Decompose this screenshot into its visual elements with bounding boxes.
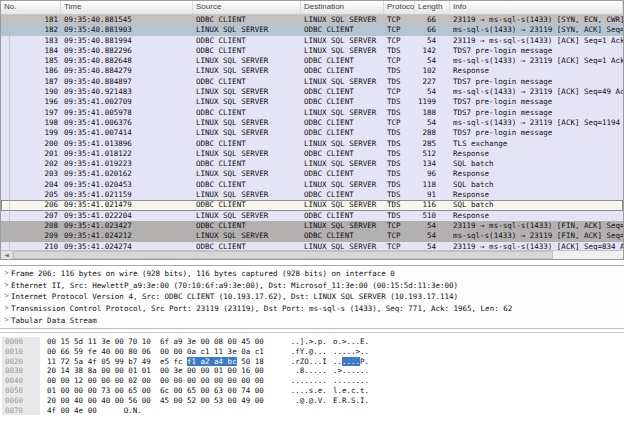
- hex-row[interactable]: 003020 14 38 8a 00 00 01 01 00 3e 00 00 …: [0, 366, 624, 376]
- packet-cell: Response: [450, 169, 623, 179]
- packet-row[interactable]: 18409:35:40.882296ODBC CLIENTLINUX SQL S…: [1, 46, 623, 56]
- packet-row[interactable]: 20209:35:41.019223ODBC CLIENTLINUX SQL S…: [1, 159, 623, 169]
- packet-cell: 198: [1, 118, 61, 128]
- column-header-source[interactable]: Source: [193, 1, 301, 14]
- packet-cell: 184: [1, 46, 61, 56]
- column-header-length[interactable]: Length: [415, 1, 450, 14]
- packet-row[interactable]: 20409:35:41.020453ODBC CLIENTLINUX SQL S…: [1, 180, 623, 190]
- packet-cell: 203: [1, 169, 61, 179]
- packet-cell: TDS: [384, 128, 415, 138]
- protocol-tree-label: Transmission Control Protocol, Src Port:…: [11, 303, 512, 315]
- hex-row[interactable]: 002011 72 5a 4f 05 99 b7 49 e5 fc f1 a2 …: [0, 357, 624, 367]
- packet-row[interactable]: 19709:35:41.005978ODBC CLIENTLINUX SQL S…: [1, 108, 623, 118]
- column-header-protocol[interactable]: Protocol: [384, 1, 415, 14]
- packet-row[interactable]: 18509:35:40.882648LINUX SQL SERVERODBC C…: [1, 56, 623, 66]
- packet-cell: LINUX SQL SERVER: [193, 97, 301, 107]
- packet-cell: 285: [415, 139, 450, 149]
- packet-cell: 208: [1, 221, 61, 231]
- protocol-tree-item[interactable]: >Frame 206: 116 bytes on wire (928 bits)…: [0, 268, 624, 280]
- packet-cell: TDS: [384, 77, 415, 87]
- expand-chevron-icon[interactable]: >: [0, 268, 11, 280]
- expand-chevron-icon[interactable]: >: [0, 315, 11, 327]
- packet-row[interactable]: 18309:35:40.881994ODBC CLIENTLINUX SQL S…: [1, 36, 623, 46]
- expand-chevron-icon[interactable]: >: [0, 291, 11, 303]
- packet-cell: 09:35:41.023427: [61, 221, 193, 231]
- packet-row[interactable]: 19909:35:41.007414LINUX SQL SERVERODBC C…: [1, 128, 623, 138]
- hex-ascii-text: P.: [360, 357, 369, 366]
- packet-row[interactable]: 20809:35:41.023427ODBC CLIENTLINUX SQL S…: [1, 221, 623, 231]
- packet-row-selected[interactable]: 20609:35:41.021479ODBC CLIENTLINUX SQL S…: [1, 200, 623, 210]
- protocol-tree-item[interactable]: >Ethernet II, Src: HewlettP_a9:3e:00 (70…: [0, 280, 624, 292]
- expand-chevron-icon[interactable]: >: [0, 303, 11, 315]
- packet-cell: 210: [1, 242, 61, 250]
- packet-cell: 91: [415, 190, 450, 200]
- packet-row[interactable]: 19009:35:40.921483LINUX SQL SERVERODBC C…: [1, 87, 623, 97]
- packet-row[interactable]: 19609:35:41.002709LINUX SQL SERVERODBC C…: [1, 97, 623, 107]
- packet-row[interactable]: 18609:35:40.884279LINUX SQL SERVERODBC C…: [1, 66, 623, 76]
- packet-cell: 09:35:41.024212: [61, 231, 193, 241]
- hex-ascii: ....s.e.: [291, 386, 327, 396]
- protocol-tree-item[interactable]: >Transmission Control Protocol, Src Port…: [0, 303, 624, 315]
- packet-cell: LINUX SQL SERVER: [301, 77, 384, 87]
- packet-row[interactable]: 20309:35:41.020162LINUX SQL SERVERODBC C…: [1, 169, 623, 179]
- packet-cell: 54: [415, 221, 450, 231]
- column-header-info[interactable]: Info: [450, 1, 623, 14]
- packet-cell: TDS7 pre-login message: [450, 108, 623, 118]
- packet-row[interactable]: 20009:35:41.013896ODBC CLIENTLINUX SQL S…: [1, 139, 623, 149]
- packet-cell: 186: [1, 66, 61, 76]
- scrollbar-thumb[interactable]: [13, 251, 553, 259]
- hex-row[interactable]: 001000 66 59 fe 40 00 80 06 00 00 0a c1 …: [0, 347, 624, 357]
- packet-cell: ODBC CLIENT: [301, 190, 384, 200]
- packet-cell: ODBC CLIENT: [301, 66, 384, 76]
- protocol-tree-item[interactable]: >Tabular Data Stream: [0, 315, 624, 327]
- packet-cell: 09:35:40.881903: [61, 25, 193, 35]
- packet-row[interactable]: 20709:35:41.022204LINUX SQL SERVERODBC C…: [1, 211, 623, 221]
- packet-cell: LINUX SQL SERVER: [193, 66, 301, 76]
- packet-cell: TDS: [384, 108, 415, 118]
- conversation-bracket-line: [9, 35, 10, 250]
- packet-cell: ODBC CLIENT: [193, 108, 301, 118]
- column-header-no[interactable]: No.: [1, 1, 61, 14]
- packet-cell: 288: [415, 128, 450, 138]
- hex-row[interactable]: 005001 00 00 00 73 00 65 00 6c 00 65 00 …: [0, 386, 624, 396]
- hex-offset: 0000: [2, 337, 40, 347]
- hex-bytes: 4f 00 4e 00: [47, 406, 97, 416]
- packet-row[interactable]: 18209:35:40.881903LINUX SQL SERVERODBC C…: [1, 25, 623, 35]
- hex-row[interactable]: 006020 00 40 00 40 00 56 00 45 00 52 00 …: [0, 396, 624, 406]
- hex-row[interactable]: 000000 15 5d 11 3e 00 70 10 6f a9 3e 00 …: [0, 337, 624, 347]
- protocol-tree-item[interactable]: >Internet Protocol Version 4, Src: ODBC …: [0, 291, 624, 303]
- packet-cell: 09:35:40.882296: [61, 46, 193, 56]
- hex-ascii: ........: [291, 376, 327, 386]
- hex-ascii: .fY.@...: [291, 347, 327, 357]
- packet-row[interactable]: 20109:35:41.018122LINUX SQL SERVERODBC C…: [1, 149, 623, 159]
- packet-cell: SQL batch: [450, 180, 623, 190]
- h-scrollbar[interactable]: ◄: [0, 250, 624, 260]
- packet-cell: TDS: [384, 46, 415, 56]
- packet-cell: 54: [415, 87, 450, 97]
- protocol-tree-label: Ethernet II, Src: HewlettP_a9:3e:00 (70:…: [11, 280, 458, 292]
- packet-row[interactable]: 18709:35:40.884897ODBC CLIENTLINUX SQL S…: [1, 77, 623, 87]
- packet-row[interactable]: 20909:35:41.024212LINUX SQL SERVERODBC C…: [1, 231, 623, 241]
- scroll-left-button[interactable]: ◄: [1, 251, 13, 259]
- hex-row[interactable]: 004000 00 12 00 00 00 02 00 00 00 00 00 …: [0, 376, 624, 386]
- packet-row[interactable]: 18109:35:40.881545ODBC CLIENTLINUX SQL S…: [1, 15, 623, 25]
- packet-row[interactable]: 20509:35:41.021159LINUX SQL SERVERODBC C…: [1, 190, 623, 200]
- column-header-destination[interactable]: Destination: [301, 1, 384, 14]
- packet-cell: LINUX SQL SERVER: [301, 139, 384, 149]
- packet-cell: LINUX SQL SERVER: [193, 169, 301, 179]
- hex-byte-highlight: f1 a2 a4 bc: [187, 357, 237, 366]
- packet-cell: 09:35:40.884279: [61, 66, 193, 76]
- packet-cell: 512: [415, 149, 450, 159]
- packet-cell: 09:35:40.881994: [61, 36, 193, 46]
- packet-row[interactable]: 21009:35:41.024274ODBC CLIENTLINUX SQL S…: [1, 242, 623, 250]
- packet-cell: LINUX SQL SERVER: [301, 46, 384, 56]
- packet-cell: 54: [415, 118, 450, 128]
- hex-row[interactable]: 00704f 00 4e 00O.N.: [0, 406, 624, 416]
- expand-chevron-icon[interactable]: >: [0, 280, 11, 292]
- packet-cell: Response: [450, 190, 623, 200]
- packet-cell: 09:35:40.884897: [61, 77, 193, 87]
- packet-cell: 66: [415, 25, 450, 35]
- packet-cell: 09:35:41.002709: [61, 97, 193, 107]
- column-header-time[interactable]: Time: [61, 1, 193, 14]
- packet-row[interactable]: 19809:35:41.006376LINUX SQL SERVERODBC C…: [1, 118, 623, 128]
